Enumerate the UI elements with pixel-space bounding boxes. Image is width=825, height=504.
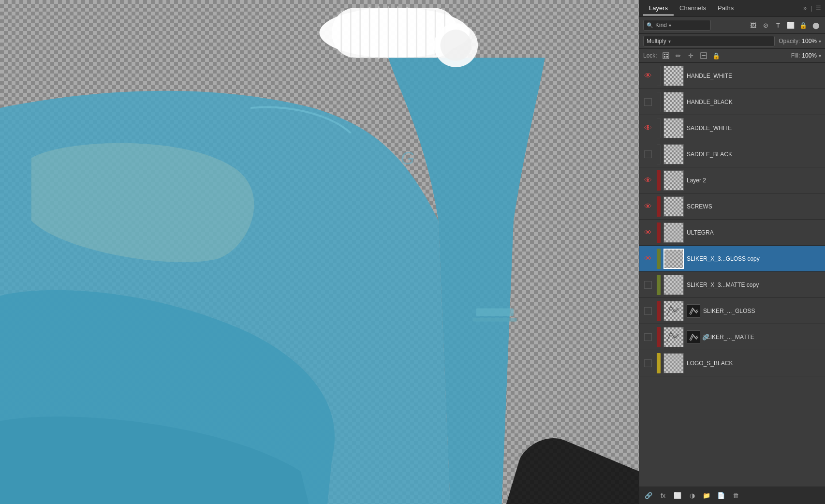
layer-visibility-toggle[interactable]: 👁 — [642, 201, 654, 212]
layer-color-indicator — [657, 92, 661, 112]
pixel-filter-icon[interactable]: 🖼 — [748, 20, 758, 30]
layer-secondary-thumbnail — [687, 304, 700, 318]
layer-visibility-toggle[interactable]: 👁 — [642, 253, 654, 265]
eye-icon — [644, 150, 652, 158]
layer-color-indicator — [657, 66, 661, 86]
layer-thumbnail — [663, 249, 684, 269]
opacity-value: 100% — [802, 38, 817, 44]
filter-kind-label: Kind — [655, 22, 667, 29]
fill-label: Fill: — [791, 52, 800, 59]
add-style-icon[interactable]: fx — [658, 490, 668, 501]
link-layers-icon[interactable]: 🔗 — [643, 490, 654, 501]
layer-item[interactable]: 👁SLIKER_X_3...GLOSS copy — [639, 246, 825, 272]
layer-thumbnail — [663, 92, 684, 112]
smart-filter-icon[interactable]: 🔒 — [798, 20, 809, 30]
layer-thumbnail — [663, 118, 684, 138]
layer-visibility-toggle[interactable]: 👁 — [642, 122, 654, 134]
layer-item[interactable]: 👁SADDLE_WHITE — [639, 115, 825, 141]
delete-layer-icon[interactable]: 🗑 — [730, 490, 741, 501]
layer-thumbnail — [663, 327, 684, 347]
opacity-section: Opacity: 100% ▾ — [779, 38, 821, 44]
eye-icon — [644, 333, 652, 341]
extra-filter-icon[interactable]: ⬤ — [810, 20, 821, 30]
layer-visibility-toggle[interactable]: 👁 — [642, 175, 654, 186]
adjustment-filter-icon[interactable]: ⊘ — [760, 20, 771, 30]
svg-rect-23 — [666, 56, 668, 58]
layer-item[interactable]: 👁Layer 2 — [639, 167, 825, 193]
layer-item[interactable]: SLIKER_..._GLOSS — [639, 298, 825, 324]
lock-position-icon[interactable]: ✛ — [686, 51, 696, 60]
layer-thumbnail — [663, 222, 684, 243]
layer-item[interactable]: LOGO_S_BLACK — [639, 350, 825, 376]
tab-layers[interactable]: Layers — [643, 1, 674, 15]
tab-channels[interactable]: Channels — [674, 1, 712, 15]
eye-icon — [644, 307, 652, 315]
layer-thumbnail — [663, 144, 684, 164]
layer-name-label: ULTEGRA — [687, 229, 822, 236]
layer-item[interactable]: HANDLE_BLACK — [639, 89, 825, 115]
layer-thumbnail — [663, 196, 684, 217]
layer-name-label: Layer 2 — [687, 177, 822, 184]
lock-fill-row: Lock: ✏ ✛ 🔒 Fill: 100% ▾ — [639, 49, 825, 63]
panel-menu-icon[interactable]: ☰ — [816, 5, 821, 12]
lock-artboard-icon[interactable] — [699, 51, 708, 60]
layer-visibility-toggle[interactable] — [642, 96, 654, 108]
layer-name-label: SADDLE_WHITE — [687, 125, 822, 132]
layer-secondary-thumbnail — [687, 330, 700, 344]
opacity-label: Opacity: — [779, 38, 800, 44]
new-layer-icon[interactable]: 📄 — [716, 490, 726, 501]
chevron-double-right-icon: » — [803, 5, 807, 12]
layer-visibility-toggle[interactable] — [642, 357, 654, 369]
lock-pixels-icon[interactable]: ✏ — [674, 51, 683, 60]
layer-visibility-toggle[interactable] — [642, 305, 654, 317]
svg-text:G: G — [401, 148, 414, 168]
layer-color-indicator — [657, 301, 661, 321]
layer-item[interactable]: 🔗SLIKER_..._MATTE — [639, 324, 825, 350]
layer-item[interactable]: 👁HANDLE_WHITE — [639, 63, 825, 89]
layers-list[interactable]: 👁HANDLE_WHITEHANDLE_BLACK👁SADDLE_WHITESA… — [639, 63, 825, 487]
layer-visibility-toggle[interactable] — [642, 148, 654, 160]
layer-name-label: SLIKER_..._MATTE — [703, 334, 822, 341]
layer-name-label: SLIKER_X_3...MATTE copy — [687, 282, 822, 288]
layer-visibility-toggle[interactable] — [642, 279, 654, 291]
eye-icon: 👁 — [644, 72, 652, 80]
filter-dropdown[interactable]: 🔍 Kind ▾ — [643, 20, 711, 30]
tab-paths[interactable]: Paths — [712, 1, 739, 15]
eye-icon: 👁 — [644, 202, 652, 211]
panel-tab-more[interactable]: » | ☰ — [803, 5, 821, 12]
layer-thumbnail — [663, 301, 684, 321]
layer-visibility-toggle[interactable] — [642, 331, 654, 343]
layer-color-indicator — [657, 249, 661, 269]
layer-name-label: SLIKER_..._GLOSS — [703, 308, 822, 314]
blend-mode-value: Multiply — [647, 38, 666, 44]
svg-rect-19 — [663, 53, 669, 59]
layer-color-indicator — [657, 144, 661, 164]
layer-visibility-toggle[interactable]: 👁 — [642, 227, 654, 238]
filter-toolbar: 🔍 Kind ▾ 🖼 ⊘ T ⬜ 🔒 ⬤ — [639, 17, 825, 34]
layer-visibility-toggle[interactable]: 👁 — [642, 70, 654, 82]
search-icon: 🔍 — [647, 22, 653, 29]
fill-chevron-icon[interactable]: ▾ — [819, 53, 821, 59]
layer-item[interactable]: SADDLE_BLACK — [639, 141, 825, 167]
lock-all-icon[interactable]: 🔒 — [711, 51, 721, 60]
new-group-icon[interactable]: 📁 — [701, 490, 712, 501]
layer-item[interactable]: 👁SCREWS — [639, 193, 825, 220]
layer-item[interactable]: 👁ULTEGRA — [639, 220, 825, 246]
eye-icon: 👁 — [644, 254, 652, 263]
add-mask-icon[interactable]: ⬜ — [672, 490, 683, 501]
lock-transparency-icon[interactable] — [661, 51, 671, 60]
layer-color-indicator — [657, 353, 661, 373]
layer-color-indicator — [657, 327, 661, 347]
layer-name-label: SLIKER_X_3...GLOSS copy — [687, 255, 822, 262]
layer-name-label: HANDLE_BLACK — [687, 99, 822, 105]
blend-mode-dropdown[interactable]: Multiply ▾ — [643, 36, 775, 46]
fill-value: 100% — [802, 52, 817, 59]
layer-filter-icons: 🖼 ⊘ T ⬜ 🔒 ⬤ — [748, 20, 821, 30]
type-filter-icon[interactable]: T — [773, 20, 783, 30]
new-adjustment-icon[interactable]: ◑ — [687, 490, 697, 501]
layer-item[interactable]: SLIKER_X_3...MATTE copy — [639, 272, 825, 298]
shape-filter-icon[interactable]: ⬜ — [785, 20, 796, 30]
svg-rect-20 — [664, 54, 665, 55]
eye-icon — [644, 359, 652, 367]
opacity-chevron-icon[interactable]: ▾ — [819, 39, 821, 44]
